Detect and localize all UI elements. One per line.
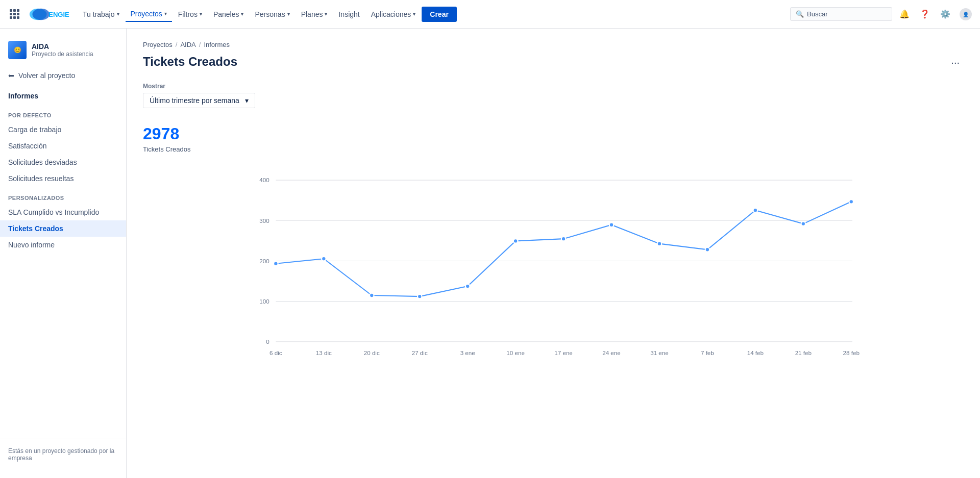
filter-label: Mostrar	[143, 83, 964, 90]
nav-aplicaciones[interactable]: Aplicaciones ▾	[366, 7, 421, 21]
sidebar-project: 😊 AIDA Proyecto de asistencia	[0, 37, 126, 63]
project-info: AIDA Proyecto de asistencia	[32, 42, 93, 58]
sidebar: 😊 AIDA Proyecto de asistencia ⬅ Volver a…	[0, 29, 127, 478]
nav-paneles[interactable]: Paneles ▾	[208, 7, 249, 21]
breadcrumb-sep: /	[176, 41, 178, 48]
chevron-down-icon: ▾	[413, 11, 415, 17]
crear-button[interactable]: Crear	[422, 7, 457, 22]
filter-select[interactable]: Último trimestre por semana ▾	[143, 93, 255, 108]
chevron-down-icon: ▾	[164, 11, 167, 16]
sidebar-item-carga[interactable]: Carga de trabajo	[0, 121, 126, 138]
sidebar-section-default: POR DEFECTO	[0, 104, 126, 121]
svg-point-31	[418, 294, 422, 298]
chevron-down-icon: ▾	[200, 11, 202, 17]
filter-value: Último trimestre por semana	[150, 96, 239, 105]
svg-point-29	[322, 257, 326, 261]
svg-text:300: 300	[259, 217, 269, 224]
svg-point-28	[274, 262, 278, 266]
sidebar-item-sla[interactable]: SLA Cumplido vs Incumplido	[0, 204, 126, 220]
svg-point-39	[801, 221, 805, 225]
svg-text:7 feb: 7 feb	[701, 349, 714, 356]
nav-right: 🔍 Buscar 🔔 ❓ ⚙️ 👤	[790, 6, 974, 22]
app-switcher-button[interactable]	[6, 6, 22, 22]
svg-text:0: 0	[266, 338, 269, 345]
breadcrumb-aida[interactable]: AIDA	[180, 41, 195, 48]
metric-label: Tickets Creados	[143, 145, 964, 153]
breadcrumb-sep2: /	[199, 41, 201, 48]
svg-text:20 dic: 20 dic	[364, 349, 380, 356]
svg-text:14 feb: 14 feb	[747, 349, 764, 356]
chevron-down-icon: ▾	[117, 11, 119, 17]
back-arrow-icon: ⬅	[8, 71, 14, 80]
svg-text:17 ene: 17 ene	[554, 349, 573, 356]
svg-text:400: 400	[259, 177, 269, 183]
filter-row: Mostrar Último trimestre por semana ▾	[143, 83, 964, 108]
notifications-button[interactable]: 🔔	[896, 6, 913, 22]
grid-icon	[10, 9, 19, 19]
svg-text:200: 200	[259, 258, 269, 264]
svg-text:6 dic: 6 dic	[270, 349, 282, 356]
help-button[interactable]: ❓	[917, 6, 933, 22]
svg-point-38	[753, 208, 757, 212]
nav-personas[interactable]: Personas ▾	[250, 7, 295, 21]
settings-button[interactable]: ⚙️	[937, 6, 953, 22]
breadcrumb: Proyectos / AIDA / Informes	[143, 41, 964, 48]
chevron-down-icon: ▾	[325, 11, 327, 17]
back-to-project-button[interactable]: ⬅ Volver al proyecto	[0, 67, 126, 84]
svg-text:3 ene: 3 ene	[460, 349, 475, 356]
svg-text:ENGIE: ENGIE	[48, 10, 69, 18]
chart-container: 400 300 200 100 0 6 dic 13 dic 20 dic 27…	[143, 169, 964, 363]
top-navigation: ENGIE Tu trabajo ▾ Proyectos ▾ Filtros ▾…	[0, 0, 980, 29]
chevron-down-icon: ▾	[287, 11, 290, 17]
svg-point-33	[513, 239, 518, 243]
svg-text:10 ene: 10 ene	[506, 349, 525, 356]
page-header: Tickets Creados ···	[143, 55, 964, 70]
sidebar-footer: Estás en un proyecto gestionado por la e…	[0, 439, 126, 470]
nav-items: Tu trabajo ▾ Proyectos ▾ Filtros ▾ Panel…	[78, 7, 788, 22]
svg-text:13 dic: 13 dic	[316, 349, 332, 356]
chevron-down-icon: ▾	[245, 96, 249, 105]
svg-text:28 feb: 28 feb	[843, 349, 860, 356]
sidebar-item-resueltas[interactable]: Solicitudes resueltas	[0, 170, 126, 187]
svg-point-34	[561, 237, 566, 241]
page-title: Tickets Creados	[143, 55, 237, 69]
svg-text:31 ene: 31 ene	[650, 349, 669, 356]
breadcrumb-proyectos[interactable]: Proyectos	[143, 41, 173, 48]
nav-filtros[interactable]: Filtros ▾	[173, 7, 207, 21]
svg-text:27 dic: 27 dic	[412, 349, 428, 356]
sidebar-section-custom: PERSONALIZADOS	[0, 187, 126, 204]
project-avatar: 😊	[8, 41, 27, 59]
svg-text:100: 100	[259, 298, 269, 305]
svg-point-36	[657, 241, 662, 245]
svg-text:21 feb: 21 feb	[795, 349, 812, 356]
layout: 😊 AIDA Proyecto de asistencia ⬅ Volver a…	[0, 0, 980, 478]
sidebar-item-desviadas[interactable]: Solicitudes desviadas	[0, 154, 126, 170]
sidebar-item-nuevo[interactable]: Nuevo informe	[0, 237, 126, 253]
sidebar-item-satisfaccion[interactable]: Satisfacción	[0, 138, 126, 154]
nav-proyectos[interactable]: Proyectos ▾	[126, 7, 172, 22]
chevron-down-icon: ▾	[241, 11, 243, 17]
profile-button[interactable]: 👤	[958, 6, 974, 22]
svg-point-37	[705, 247, 709, 251]
svg-point-35	[609, 223, 614, 227]
svg-point-32	[465, 284, 470, 288]
svg-text:👤: 👤	[963, 11, 969, 18]
nav-planes[interactable]: Planes ▾	[296, 7, 333, 21]
logo[interactable]: ENGIE	[29, 7, 71, 21]
svg-point-40	[849, 199, 853, 204]
sidebar-item-tickets[interactable]: Tickets Creados	[0, 220, 126, 237]
avatar-icon: 😊	[14, 46, 21, 54]
nav-tu-trabajo[interactable]: Tu trabajo ▾	[78, 7, 125, 21]
main-content: Proyectos / AIDA / Informes Tickets Crea…	[127, 29, 980, 478]
svg-point-1	[32, 8, 50, 19]
breadcrumb-informes: Informes	[204, 41, 230, 48]
nav-insight[interactable]: Insight	[333, 7, 364, 21]
sidebar-nav-heading: Informes	[0, 88, 126, 104]
search-box[interactable]: 🔍 Buscar	[790, 7, 892, 21]
chart-svg: 400 300 200 100 0 6 dic 13 dic 20 dic 27…	[143, 169, 964, 363]
search-icon: 🔍	[796, 10, 804, 18]
metric-number: 2978	[143, 124, 964, 143]
svg-point-30	[370, 293, 374, 297]
more-options-button[interactable]: ···	[947, 55, 964, 70]
svg-text:24 ene: 24 ene	[602, 349, 621, 356]
